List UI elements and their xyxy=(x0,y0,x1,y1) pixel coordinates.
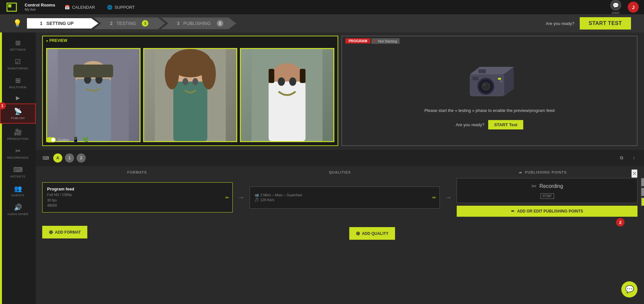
tablet-icon[interactable]: 📱 xyxy=(72,137,79,143)
svg-rect-3 xyxy=(76,79,111,141)
program-content: Please start the « testing » phase to en… xyxy=(342,36,637,145)
sidebar-item-guests[interactable]: 👥 GUESTS xyxy=(0,181,36,200)
svg-point-30 xyxy=(500,80,502,83)
fq-arrow-1: → xyxy=(238,194,244,201)
keyboard-icon[interactable]: ⌨ xyxy=(41,153,51,163)
svg-rect-21 xyxy=(300,69,305,83)
fq-row: Program feed Full HD / 1080p 30 fps 4800… xyxy=(42,178,638,217)
fq-close-button[interactable]: ✕ xyxy=(631,169,638,178)
svg-rect-9 xyxy=(173,81,207,141)
main-layout: ⊞ SETTINGS ☑ MONITORING ⊞ MULTIVIEW ▶ 1 … xyxy=(0,32,644,304)
step-3-publishing[interactable]: 3 PUBLISHING $ xyxy=(161,18,236,29)
not-starting-badge: ✕ Not Starting xyxy=(371,38,400,44)
add-buttons-row: ⊕ ADD FORMAT ⊕ ADD QUALITY xyxy=(42,223,638,240)
sidebar-item-multiview[interactable]: ⊞ MULTIVIEW xyxy=(0,73,36,92)
sidebar-item-recordings[interactable]: ✂ RECORDINGS xyxy=(0,144,36,163)
camera-thumb-3[interactable] xyxy=(240,48,334,142)
svg-point-19 xyxy=(289,77,296,86)
svg-rect-32 xyxy=(478,69,486,73)
svg-rect-17 xyxy=(269,81,306,141)
scissors-icon: ✂ xyxy=(531,182,537,190)
pencil-add-icon: ✏ xyxy=(511,209,514,213)
chat-bubble-icon: 💬 xyxy=(625,285,634,294)
fq-header: FORMATS QUALITIES ☁ PUBLISHING POINTS ✕ xyxy=(42,166,638,178)
content-area: PREVIEW xyxy=(36,32,644,304)
hotkeys-icon: ⌨ xyxy=(13,166,23,174)
fq-arrow-2: → xyxy=(445,194,452,201)
nav-brand: Control Rooms My live xyxy=(25,3,55,12)
sidebar-item-settings[interactable]: ⊞ SETTINGS xyxy=(0,36,36,55)
format-sub: Full HD / 1080p 30 fps 48000 xyxy=(47,192,228,208)
step-1-setting-up[interactable]: 1 SETTING UP xyxy=(27,18,98,29)
fq-section: FORMATS QUALITIES ☁ PUBLISHING POINTS ✕ … xyxy=(36,166,644,304)
settings-icon: ⊞ xyxy=(15,39,21,47)
step-2-coin: $ xyxy=(142,20,148,27)
sidebar-item-monitoring[interactable]: ☑ MONITORING xyxy=(0,55,36,73)
add-format-button[interactable]: ⊕ ADD FORMAT xyxy=(42,226,87,238)
support-icon: 🌐 xyxy=(107,4,113,10)
toolbar-circle-1[interactable]: 1 xyxy=(65,153,74,163)
sidebar-item-production[interactable]: 🎥 PRODUCTION xyxy=(0,125,36,144)
preview-label: PREVIEW xyxy=(46,38,67,43)
copy-icon[interactable]: ⧉ xyxy=(617,153,626,163)
toolbar-right-icons: ⧉ ↑ xyxy=(617,153,639,163)
guests-icon: 👥 xyxy=(14,185,22,192)
audiomixer-icon: 🔊 xyxy=(14,203,22,211)
quality-edit-icon[interactable]: ✏ xyxy=(432,195,436,200)
monitoring-icon: ☑ xyxy=(15,58,21,66)
svg-point-18 xyxy=(278,77,285,86)
sidebar-item-publish[interactable]: 1 📡 PUBLISH xyxy=(0,103,36,124)
preview-panel: PREVIEW xyxy=(42,36,338,146)
step-3-coin: $ xyxy=(217,20,223,27)
add-format-plus-icon: ⊕ xyxy=(49,229,53,235)
step-2-testing[interactable]: 2 TESTING $ xyxy=(94,18,165,29)
sidebar: ⊞ SETTINGS ☑ MONITORING ⊞ MULTIVIEW ▶ 1 … xyxy=(0,32,36,304)
rtmp-badge: RTMP xyxy=(540,193,554,199)
side-action-buttons: EXP IMP RAW xyxy=(641,178,644,206)
start-test-button[interactable]: START TEST xyxy=(580,17,631,30)
fq-badge-2: 2 xyxy=(616,218,625,226)
preview-cameras xyxy=(43,36,338,145)
bulb-icon: 💡 xyxy=(13,19,22,28)
camera-thumb-2[interactable] xyxy=(143,48,238,142)
leaf-icon[interactable]: 🌿 xyxy=(82,137,89,143)
add-publishing-button[interactable]: ✏ ADD OR EDIT PUBLISHING POINTS xyxy=(457,206,638,217)
bottom-toolbar: ⌨ A 1 2 ⧉ ↑ xyxy=(36,149,644,166)
camera-thumb-1[interactable] xyxy=(46,48,141,142)
format-title: Program feed xyxy=(47,187,228,191)
nav-calendar[interactable]: 📅 CALENDAR xyxy=(62,3,98,11)
brand-my-live: My live xyxy=(25,7,55,12)
nav-support[interactable]: 🌐 SUPPORT xyxy=(104,3,138,11)
program-start-test-button[interactable]: START Test xyxy=(488,120,523,129)
step-container: 1 SETTING UP 2 TESTING $ 3 PUBLISHING $ xyxy=(27,18,236,29)
add-quality-button[interactable]: ⊕ ADD QUALITY xyxy=(349,227,395,240)
toolbar-circle-a[interactable]: A xyxy=(53,153,62,163)
exp-button[interactable]: EXP xyxy=(641,178,644,187)
svg-point-11 xyxy=(192,78,198,85)
camera-3d-icon xyxy=(464,62,515,101)
chat-bubble-button[interactable]: 💬 xyxy=(621,281,638,298)
sidebar-badge-1: 1 xyxy=(0,102,6,109)
upload-icon[interactable]: ↑ xyxy=(629,153,639,163)
chat-icon: 💬 xyxy=(610,0,621,11)
user-avatar[interactable]: J xyxy=(628,2,639,13)
publishing-card: ✂ Recording RTMP xyxy=(457,178,638,203)
sidebar-item-audiomixer[interactable]: 🔊 AUDIO MIXER xyxy=(0,200,36,219)
svg-rect-6 xyxy=(73,65,113,77)
publishing-col: ✂ Recording RTMP ✏ ADD OR EDIT PUBLISHIN… xyxy=(457,178,638,217)
format-card: Program feed Full HD / 1080p 30 fps 4800… xyxy=(42,182,233,213)
raw-button[interactable]: RAW xyxy=(641,198,644,206)
toolbar-circle-2[interactable]: 2 xyxy=(77,153,86,163)
not-starting-close[interactable]: ✕ xyxy=(374,39,377,43)
guides-toggle[interactable]: Guides xyxy=(46,137,69,142)
imp-button[interactable]: IMP xyxy=(641,188,644,197)
chat-button[interactable]: 💬 CHAT xyxy=(610,0,621,15)
guides-toggle-switch[interactable] xyxy=(46,137,56,142)
program-are-you-ready: Are you ready? xyxy=(456,122,484,127)
sidebar-expand[interactable]: ▶ xyxy=(16,92,20,103)
recordings-icon: ✂ xyxy=(15,147,21,155)
format-edit-icon[interactable]: ✏ xyxy=(225,195,229,200)
sidebar-item-hotkeys[interactable]: ⌨ HOTKEYS xyxy=(0,163,36,181)
sidebar-green-bar xyxy=(0,32,2,304)
logo[interactable] xyxy=(5,1,18,13)
